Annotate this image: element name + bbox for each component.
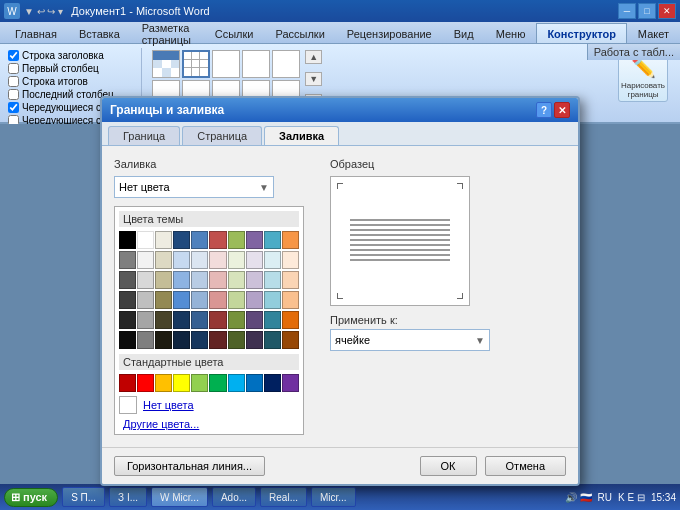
color-t3-8[interactable] [264,291,281,309]
color-black[interactable] [119,231,136,249]
color-blue[interactable] [191,231,208,249]
styles-scroll-up[interactable]: ▲ [305,50,322,64]
color-t3-6[interactable] [228,291,245,309]
color-t2-9[interactable] [282,271,299,289]
color-red[interactable] [209,231,226,249]
color-t2-7[interactable] [246,271,263,289]
color-orange[interactable] [282,231,299,249]
color-t1-0[interactable] [119,251,136,269]
std-color-3[interactable] [173,374,190,392]
color-t5-6[interactable] [228,331,245,349]
tab-border[interactable]: Граница [108,126,180,145]
color-t5-1[interactable] [137,331,154,349]
color-t2-5[interactable] [209,271,226,289]
fill-dropdown[interactable]: Нет цвета ▼ [114,176,274,198]
color-t3-4[interactable] [191,291,208,309]
color-t4-1[interactable] [137,311,154,329]
color-t5-2[interactable] [155,331,172,349]
taskbar-item-1[interactable]: З І... [109,487,147,507]
color-t4-2[interactable] [155,311,172,329]
tab-menu[interactable]: Меню [485,23,537,43]
table-style-1[interactable] [152,50,180,78]
color-t1-6[interactable] [228,251,245,269]
maximize-button[interactable]: □ [638,3,656,19]
std-color-8[interactable] [264,374,281,392]
taskbar-item-4[interactable]: Real... [260,487,307,507]
table-style-4[interactable] [242,50,270,78]
std-color-9[interactable] [282,374,299,392]
styles-scroll-down[interactable]: ▼ [305,72,322,86]
color-t1-7[interactable] [246,251,263,269]
color-t3-7[interactable] [246,291,263,309]
color-t4-0[interactable] [119,311,136,329]
color-t1-8[interactable] [264,251,281,269]
no-color-option[interactable]: Нет цвета [119,396,299,414]
tab-review[interactable]: Рецензирование [336,23,443,43]
tab-refs[interactable]: Ссылки [204,23,265,43]
tab-insert[interactable]: Вставка [68,23,131,43]
color-t1-4[interactable] [191,251,208,269]
color-white[interactable] [137,231,154,249]
color-t2-8[interactable] [264,271,281,289]
tab-mailing[interactable]: Рассылки [264,23,335,43]
color-t2-6[interactable] [228,271,245,289]
checkbox-first-col[interactable]: Первый столбец [8,63,135,74]
table-style-3[interactable] [212,50,240,78]
taskbar-item-0[interactable]: S П... [62,487,105,507]
cancel-button[interactable]: Отмена [485,456,566,476]
color-t3-3[interactable] [173,291,190,309]
dialog-close-button[interactable]: ✕ [554,102,570,118]
color-t5-9[interactable] [282,331,299,349]
dialog-help-button[interactable]: ? [536,102,552,118]
color-t1-9[interactable] [282,251,299,269]
color-teal[interactable] [264,231,281,249]
tab-view[interactable]: Вид [443,23,485,43]
color-t4-7[interactable] [246,311,263,329]
table-style-5[interactable] [272,50,300,78]
color-t4-4[interactable] [191,311,208,329]
color-t4-3[interactable] [173,311,190,329]
color-t2-2[interactable] [155,271,172,289]
color-t1-5[interactable] [209,251,226,269]
color-t5-4[interactable] [191,331,208,349]
color-t5-8[interactable] [264,331,281,349]
color-t5-7[interactable] [246,331,263,349]
color-t1-3[interactable] [173,251,190,269]
tab-layout[interactable]: Разметка страницы [131,23,204,43]
color-t5-5[interactable] [209,331,226,349]
color-t2-4[interactable] [191,271,208,289]
color-darkblue[interactable] [173,231,190,249]
color-t3-1[interactable] [137,291,154,309]
std-color-5[interactable] [209,374,226,392]
tab-constructor[interactable]: Конструктор [536,23,626,43]
std-color-7[interactable] [246,374,263,392]
color-t4-8[interactable] [264,311,281,329]
close-button[interactable]: ✕ [658,3,676,19]
tab-maket[interactable]: Макет [627,23,680,43]
std-color-6[interactable] [228,374,245,392]
std-color-0[interactable] [119,374,136,392]
checkbox-total-row[interactable]: Строка итогов [8,76,135,87]
color-t4-6[interactable] [228,311,245,329]
color-cream[interactable] [155,231,172,249]
taskbar-item-5[interactable]: Micr... [311,487,356,507]
color-t4-9[interactable] [282,311,299,329]
color-t2-1[interactable] [137,271,154,289]
minimize-button[interactable]: ─ [618,3,636,19]
color-t4-5[interactable] [209,311,226,329]
color-t5-0[interactable] [119,331,136,349]
std-color-4[interactable] [191,374,208,392]
start-button[interactable]: ⊞ пуск [4,488,58,507]
other-colors-link[interactable]: Другие цвета... [123,418,299,430]
color-green[interactable] [228,231,245,249]
color-t3-2[interactable] [155,291,172,309]
taskbar-item-3[interactable]: Ado... [212,487,256,507]
color-t2-0[interactable] [119,271,136,289]
color-t1-2[interactable] [155,251,172,269]
horizontal-line-button[interactable]: Горизонтальная линия... [114,456,265,476]
color-t3-9[interactable] [282,291,299,309]
std-color-2[interactable] [155,374,172,392]
color-t1-1[interactable] [137,251,154,269]
taskbar-item-2[interactable]: W Micr... [151,487,208,507]
color-t5-3[interactable] [173,331,190,349]
